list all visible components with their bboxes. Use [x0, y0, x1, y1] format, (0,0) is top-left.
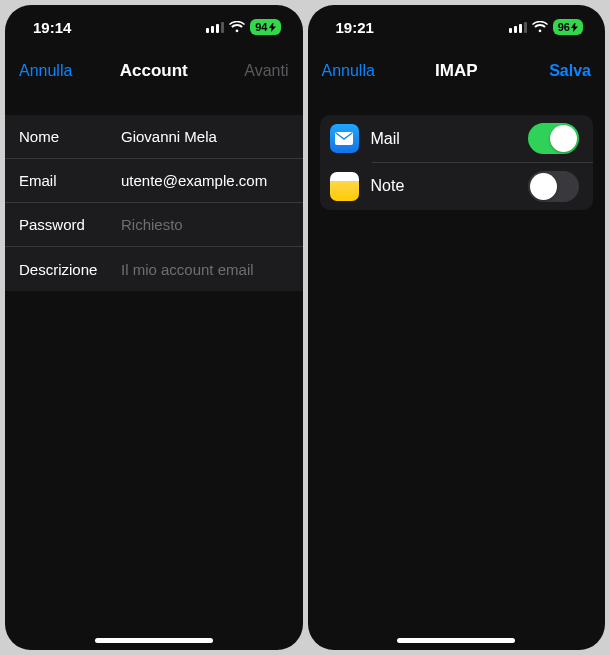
notes-row: Note	[320, 163, 594, 210]
nav-bar: Annulla Account Avanti	[5, 49, 303, 93]
mail-label: Mail	[371, 130, 517, 148]
password-row[interactable]: Password	[5, 203, 303, 247]
notes-icon	[330, 172, 359, 201]
cellular-icon	[509, 22, 527, 33]
status-time: 19:14	[33, 19, 71, 36]
password-input[interactable]	[121, 216, 303, 233]
email-row[interactable]: Email	[5, 159, 303, 203]
description-label: Descrizione	[19, 261, 121, 278]
home-indicator[interactable]	[95, 638, 213, 643]
next-button[interactable]: Avanti	[221, 62, 289, 80]
description-input[interactable]	[121, 261, 303, 278]
password-label: Password	[19, 216, 121, 233]
cancel-button[interactable]: Annulla	[19, 62, 87, 80]
description-row[interactable]: Descrizione	[5, 247, 303, 291]
notes-label: Note	[371, 177, 517, 195]
email-label: Email	[19, 172, 121, 189]
battery-badge: 96	[553, 19, 583, 35]
nav-bar: Annulla IMAP Salva	[308, 49, 606, 93]
name-row[interactable]: Nome	[5, 115, 303, 159]
services-list: Mail Note	[320, 115, 594, 210]
account-form: Nome Email Password Descrizione	[5, 115, 303, 291]
name-input[interactable]	[121, 128, 303, 145]
phone-left: 19:14 94 Annulla Account Avanti Nome Ema…	[5, 5, 303, 650]
status-bar: 19:21 96	[308, 5, 606, 49]
wifi-icon	[532, 21, 548, 33]
save-button[interactable]: Salva	[523, 62, 591, 80]
cellular-icon	[206, 22, 224, 33]
status-bar: 19:14 94	[5, 5, 303, 49]
name-label: Nome	[19, 128, 121, 145]
mail-toggle[interactable]	[528, 123, 579, 154]
mail-row: Mail	[320, 115, 594, 162]
battery-badge: 94	[250, 19, 280, 35]
wifi-icon	[229, 21, 245, 33]
home-indicator[interactable]	[397, 638, 515, 643]
email-input[interactable]	[121, 172, 303, 189]
notes-toggle[interactable]	[528, 171, 579, 202]
status-time: 19:21	[336, 19, 374, 36]
phone-right: 19:21 96 Annulla IMAP Salva Mail	[308, 5, 606, 650]
cancel-button[interactable]: Annulla	[322, 62, 390, 80]
mail-icon	[330, 124, 359, 153]
